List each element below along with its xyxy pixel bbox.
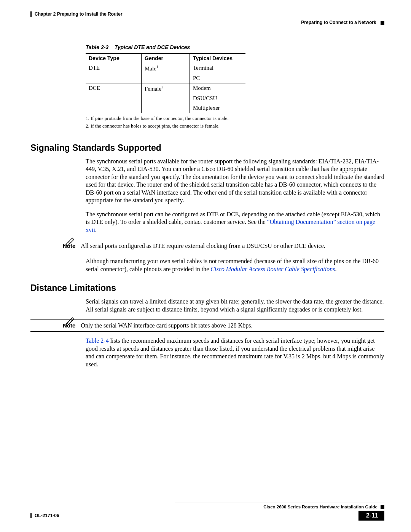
cell: DTE — [89, 65, 100, 71]
link-cable-specifications[interactable]: Cisco Modular Access Router Cable Specif… — [210, 266, 335, 272]
note-rule — [30, 240, 384, 240]
footer-row-guide: Cisco 2600 Series Routers Hardware Insta… — [30, 505, 384, 509]
note-text: All serial ports configured as DTE requi… — [81, 243, 325, 249]
header-endcap-icon — [381, 21, 384, 25]
footer-row-doc: OL-2171-06 2-11 — [30, 511, 384, 521]
text: . — [95, 227, 97, 233]
guide-title: Cisco 2600 Series Routers Hardware Insta… — [263, 505, 378, 509]
section-label: Preparing to Connect to a Network — [301, 20, 376, 25]
text: . — [335, 266, 337, 272]
running-header-right: Preparing to Connect to a Network — [30, 20, 384, 25]
running-header-left: Chapter 2 Preparing to Install the Route… — [30, 11, 384, 17]
cell: DSU/CSU — [193, 95, 217, 101]
paragraph: Serial signals can travel a limited dist… — [86, 298, 384, 313]
col-gender: Gender — [142, 54, 190, 63]
cell: Terminal — [193, 65, 213, 71]
text: lists the recommended maximum speeds and… — [86, 337, 384, 367]
table-footnotes: 1. If pins protrude from the base of the… — [86, 115, 384, 129]
col-typical-devices: Typical Devices — [190, 54, 246, 63]
paragraph: The synchronous serial port can be confi… — [86, 211, 384, 234]
superscript: 2 — [161, 85, 163, 89]
section-heading-distance: Distance Limitations — [30, 283, 384, 293]
section-heading-signaling: Signaling Standards Supported — [30, 143, 384, 153]
note-rule — [30, 331, 384, 332]
table-row: DCE Female2 Modem — [86, 83, 245, 94]
note-rule — [30, 320, 384, 320]
page-number: 2-11 — [358, 511, 384, 521]
note-text: Only the serial WAN interface card suppo… — [81, 322, 252, 329]
note-block: NoteAll serial ports configured as DTE r… — [30, 240, 384, 252]
table-header-row: Device Type Gender Typical Devices — [86, 54, 245, 63]
cell: Multiplexer — [193, 105, 220, 111]
cell: Female — [145, 86, 161, 92]
note-content: NoteOnly the serial WAN interface card s… — [63, 322, 384, 329]
table-caption-label: Table 2-3 — [86, 44, 108, 50]
chapter-label: Chapter 2 Preparing to Install the Route… — [35, 11, 123, 17]
table-caption-title: Typical DTE and DCE Devices — [115, 44, 190, 50]
footnote: 1. If pins protrude from the base of the… — [86, 115, 384, 121]
cell: Male — [145, 66, 156, 72]
note-content: NoteAll serial ports configured as DTE r… — [63, 243, 384, 249]
note-rule — [30, 252, 384, 252]
paragraph: Table 2-4 lists the recommended maximum … — [86, 337, 384, 368]
note-pencil-icon — [65, 237, 76, 248]
table-caption: Table 2-3 Typical DTE and DCE Devices — [86, 44, 384, 50]
paragraph: Although manufacturing your own serial c… — [86, 257, 384, 273]
footnote: 2. If the connector has holes to accept … — [86, 123, 384, 129]
link-table-2-4[interactable]: Table 2-4 — [86, 337, 109, 344]
note-block: NoteOnly the serial WAN interface card s… — [30, 320, 384, 332]
footer-bar-icon — [30, 513, 32, 518]
cell: Modem — [193, 85, 211, 91]
table-row: DTE Male1 Terminal — [86, 63, 245, 74]
note-pencil-icon — [65, 316, 76, 327]
page: Chapter 2 Preparing to Install the Route… — [0, 0, 411, 532]
paragraph: The synchronous serial ports available f… — [86, 158, 384, 204]
table-row: PC — [86, 73, 245, 83]
page-footer: Cisco 2600 Series Routers Hardware Insta… — [30, 503, 384, 521]
cell: DCE — [89, 85, 100, 91]
footer-endcap-icon — [381, 505, 384, 509]
col-device-type: Device Type — [86, 54, 142, 63]
header-bar-icon — [30, 11, 32, 17]
footer-rule — [175, 503, 384, 503]
superscript: 1 — [156, 65, 158, 69]
table-row: DSU/CSU — [86, 94, 245, 103]
doc-id-label: OL-2171-06 — [35, 513, 59, 518]
table-row: Multiplexer — [86, 103, 245, 113]
dte-dce-table: Device Type Gender Typical Devices DTE M… — [86, 53, 245, 113]
cell: PC — [193, 75, 200, 81]
table-wrapper: Device Type Gender Typical Devices DTE M… — [86, 53, 384, 113]
